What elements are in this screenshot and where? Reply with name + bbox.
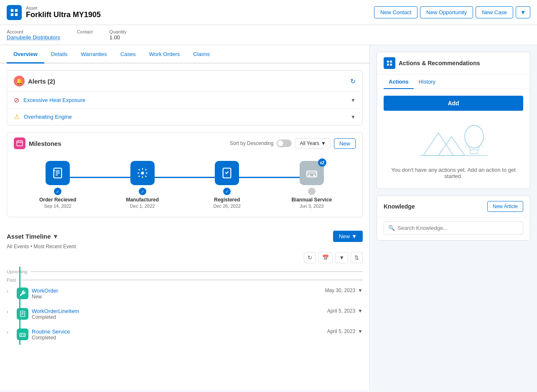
app-logo-icon — [7, 5, 22, 20]
timeline-body-workorder: WorkOrder New — [32, 288, 321, 300]
timeline-calendar-button[interactable]: 📅 — [318, 252, 333, 263]
illustration-svg — [416, 117, 491, 163]
new-article-button[interactable]: New Article — [487, 201, 523, 212]
timeline-expand-workorderlineitem[interactable]: › — [7, 308, 13, 315]
timeline-filter-button[interactable]: ▼ — [335, 252, 348, 263]
svg-rect-4 — [17, 141, 23, 146]
milestone-icon-manufactured[interactable] — [130, 161, 155, 185]
milestone-check-order: ✓ — [54, 188, 61, 195]
timeline-divider-upcoming: Upcoming — [7, 267, 363, 275]
years-filter-dropdown[interactable]: All Years ▼ — [295, 138, 331, 148]
alert-link-2[interactable]: Overheating Engine — [24, 114, 346, 120]
milestone-icon-order[interactable] — [46, 161, 70, 185]
actions-panel-header: Actions & Recommendations — [377, 52, 530, 74]
tab-work-orders[interactable]: Work Orders — [143, 45, 186, 64]
info-bar: Account Danubelle Distributors Contact Q… — [0, 25, 537, 45]
milestone-check-biannual — [308, 188, 316, 195]
timeline-icon-workorder — [17, 288, 28, 299]
svg-rect-22 — [20, 333, 25, 336]
panel-illustration: You don't have any actions yet. Add an a… — [377, 117, 530, 188]
knowledge-search-box[interactable]: 🔍 — [384, 221, 523, 234]
tab-details[interactable]: Details — [44, 45, 74, 64]
years-filter-label: All Years — [300, 140, 319, 146]
svg-rect-25 — [387, 61, 389, 63]
timeline-entry-routineservice: › Routine Service Completed April 5, 202… — [7, 324, 363, 345]
timeline-title-text: Asset Timeline — [7, 233, 51, 240]
sort-label: Sort by Descending — [230, 140, 274, 146]
milestone-name-order: Order Recieved — [39, 197, 76, 203]
milestone-date-order: Sep 14, 2022 — [44, 204, 71, 209]
account-field: Account Danubelle Distributors — [7, 29, 60, 41]
new-contact-button[interactable]: New Contact — [374, 6, 417, 18]
timeline-icon-routineservice — [17, 328, 28, 340]
timeline-expand-routineservice[interactable]: › — [7, 328, 13, 335]
timeline-status-workorderlineitem: Completed — [32, 314, 324, 320]
timeline-chevron-workorder[interactable]: ▼ — [358, 288, 363, 293]
tab-cases[interactable]: Cases — [114, 45, 143, 64]
timeline-name-routineservice[interactable]: Routine Service — [32, 328, 324, 335]
content-area: 🔔 Alerts (2) ↻ ⊘ Excessive Heat Exposure… — [0, 64, 369, 351]
milestone-icon-registered[interactable] — [215, 161, 239, 185]
knowledge-title: Knowledge — [384, 203, 487, 210]
milestone-item-biannual: x2 Biannual Service Jun 3, 2023 — [270, 161, 354, 209]
header-dropdown-button[interactable]: ▼ — [516, 6, 530, 18]
timeline-status-routineservice: Completed — [32, 335, 324, 341]
alert-chevron-1[interactable]: ▼ — [351, 97, 356, 103]
timeline-title: Asset Timeline ▼ — [7, 233, 59, 240]
header-meta: Asset — [26, 5, 374, 10]
new-opportunity-button[interactable]: New Opportunity — [420, 6, 473, 18]
timeline-list: Upcoming Past › WorkOrder — [7, 267, 363, 345]
timeline-body-routineservice: Routine Service Completed — [32, 328, 324, 341]
svg-rect-35 — [471, 150, 478, 154]
timeline-name-workorder[interactable]: WorkOrder — [32, 288, 321, 294]
timeline-refresh-button[interactable]: ↻ — [304, 252, 316, 263]
svg-point-23 — [20, 335, 22, 336]
timeline-entry-workorderlineitem: › WorkOrderLineItem Completed April 5, 2… — [7, 304, 363, 324]
timeline-chevron-routineservice[interactable]: ▼ — [358, 328, 363, 334]
svg-point-13 — [141, 172, 144, 175]
add-action-button[interactable]: Add — [384, 96, 523, 111]
milestones-title: Milestones — [29, 140, 227, 147]
quantity-label: Quantity — [109, 29, 127, 34]
timeline-status-workorder: New — [32, 294, 321, 300]
milestone-badge-biannual: x2 — [318, 158, 326, 167]
milestones-new-button[interactable]: New — [334, 138, 356, 149]
upcoming-label: Upcoming — [7, 269, 28, 274]
milestone-name-registered: Registered — [214, 197, 240, 203]
timeline-action-buttons: ↻ 📅 ▼ ⇅ — [7, 252, 363, 263]
svg-rect-0 — [11, 9, 13, 11]
timeline-expand-workorder[interactable]: › — [7, 288, 13, 294]
tab-overview[interactable]: Overview — [7, 45, 44, 64]
alerts-title: Alerts (2) — [28, 78, 347, 85]
svg-rect-2 — [11, 13, 13, 15]
timeline-chevron-workorderlineitem[interactable]: ▼ — [358, 308, 363, 314]
sort-toggle[interactable] — [277, 140, 292, 147]
tab-claims[interactable]: Claims — [186, 45, 216, 64]
tab-warranties[interactable]: Warranties — [74, 45, 114, 64]
alerts-refresh-button[interactable]: ↻ — [350, 77, 356, 85]
panel-tab-actions[interactable]: Actions — [384, 74, 414, 89]
new-case-button[interactable]: New Case — [476, 6, 513, 18]
past-label: Past — [7, 277, 16, 283]
actions-panel-title: Actions & Recommendations — [399, 60, 480, 66]
alert-link-1[interactable]: Excessive Heat Exposure — [23, 97, 346, 103]
milestone-check-registered: ✓ — [223, 188, 231, 195]
milestone-item-order: ✓ Order Recieved Sep 14, 2022 — [15, 161, 100, 209]
milestone-name-biannual: Biannual Service — [291, 197, 332, 203]
timeline-new-button[interactable]: New ▼ — [333, 231, 363, 242]
empty-actions-text: You don't have any actions yet. Add an a… — [384, 167, 523, 184]
timeline-dropdown-icon[interactable]: ▼ — [53, 233, 59, 240]
timeline-date-routineservice: April 5, 2023 ▼ — [327, 328, 363, 334]
app-header: Asset Forklift Ultra MY1905 New Contact … — [0, 0, 537, 25]
years-filter-chevron: ▼ — [321, 140, 326, 146]
panel-tab-history[interactable]: History — [414, 74, 440, 89]
timeline-name-workorderlineitem[interactable]: WorkOrderLineItem — [32, 308, 324, 314]
main-layout: Overview Details Warranties Cases Work O… — [0, 45, 537, 390]
knowledge-search-input[interactable] — [397, 225, 519, 231]
timeline-sort-button[interactable]: ⇅ — [351, 252, 363, 263]
svg-point-32 — [465, 125, 484, 148]
alert-chevron-2[interactable]: ▼ — [351, 114, 356, 120]
milestone-icon-biannual[interactable]: x2 — [300, 161, 324, 185]
account-link[interactable]: Danubelle Distributors — [7, 34, 60, 41]
actions-panel-icon — [384, 57, 395, 69]
